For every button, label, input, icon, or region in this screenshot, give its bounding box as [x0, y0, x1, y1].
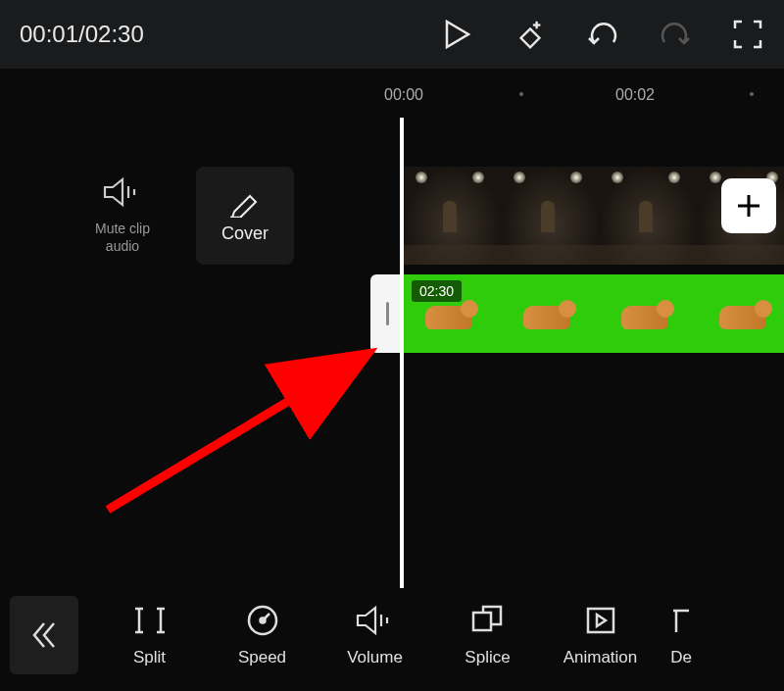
svg-line-11	[108, 357, 363, 510]
tool-label: Splice	[465, 648, 510, 667]
delete-tool[interactable]: De	[657, 603, 706, 667]
speed-icon	[246, 603, 279, 638]
back-button[interactable]	[10, 596, 78, 674]
ruler-mark: 00:00	[384, 86, 423, 104]
split-icon	[133, 603, 167, 638]
animation-icon	[584, 603, 617, 638]
undo-button[interactable]	[586, 18, 619, 51]
mute-clip-audio-button[interactable]: Mute clip audio	[78, 176, 167, 255]
play-button[interactable]	[441, 18, 474, 51]
volume-icon	[356, 603, 395, 638]
speaker-icon	[78, 176, 167, 212]
bottom-toolbar: Split Speed Volume	[0, 588, 784, 681]
clip-trim-handle[interactable]	[370, 274, 404, 353]
svg-marker-20	[597, 615, 606, 626]
tool-label: Animation	[564, 648, 638, 667]
svg-marker-0	[447, 22, 468, 47]
tool-label: Volume	[347, 648, 403, 667]
fullscreen-button[interactable]	[731, 18, 764, 51]
svg-rect-18	[473, 613, 491, 630]
overlay-track-row: 02:30	[404, 274, 784, 353]
playhead[interactable]	[400, 118, 404, 588]
top-bar: 00:01/02:30	[0, 0, 784, 69]
ruler-tick	[750, 92, 754, 96]
ruler-mark: 00:02	[615, 86, 655, 104]
tool-label: De	[670, 648, 692, 667]
ruler-tick	[519, 92, 523, 96]
mute-label: Mute clip audio	[78, 220, 167, 255]
splice-tool[interactable]: Splice	[431, 603, 544, 667]
svg-marker-4	[105, 179, 122, 205]
add-clip-button[interactable]	[721, 178, 776, 233]
overlay-clip[interactable]: 02:30	[404, 274, 784, 353]
cover-button[interactable]: Cover	[196, 167, 294, 265]
tool-label: Speed	[238, 648, 286, 667]
chevron-double-left-icon	[30, 619, 58, 651]
pencil-icon	[228, 188, 262, 218]
timecode: 00:01/02:30	[20, 21, 144, 48]
svg-point-14	[260, 617, 265, 622]
clip-duration-badge: 02:30	[412, 280, 462, 302]
left-panel: Mute clip audio Cover	[78, 167, 294, 265]
svg-marker-15	[358, 608, 375, 633]
svg-marker-3	[521, 28, 540, 47]
splice-icon	[470, 603, 506, 638]
timeline-ruler[interactable]: 00:00 00:02	[0, 69, 784, 118]
split-tool[interactable]: Split	[93, 603, 206, 667]
redo-button[interactable]	[659, 18, 692, 51]
speed-tool[interactable]: Speed	[206, 603, 318, 667]
keyframe-button[interactable]	[514, 18, 547, 51]
svg-rect-19	[588, 609, 613, 632]
plus-icon	[734, 191, 763, 221]
volume-tool[interactable]: Volume	[318, 603, 431, 667]
current-time: 00:01	[20, 21, 78, 47]
editor-area: Mute clip audio Cover 02:30	[0, 118, 784, 588]
tool-label: Split	[133, 648, 166, 667]
total-time: 02:30	[85, 21, 144, 47]
cover-label: Cover	[221, 223, 269, 244]
top-controls	[441, 18, 764, 51]
annotation-arrow	[98, 343, 392, 519]
animation-tool[interactable]: Animation	[544, 603, 657, 667]
delete-icon	[671, 603, 691, 638]
